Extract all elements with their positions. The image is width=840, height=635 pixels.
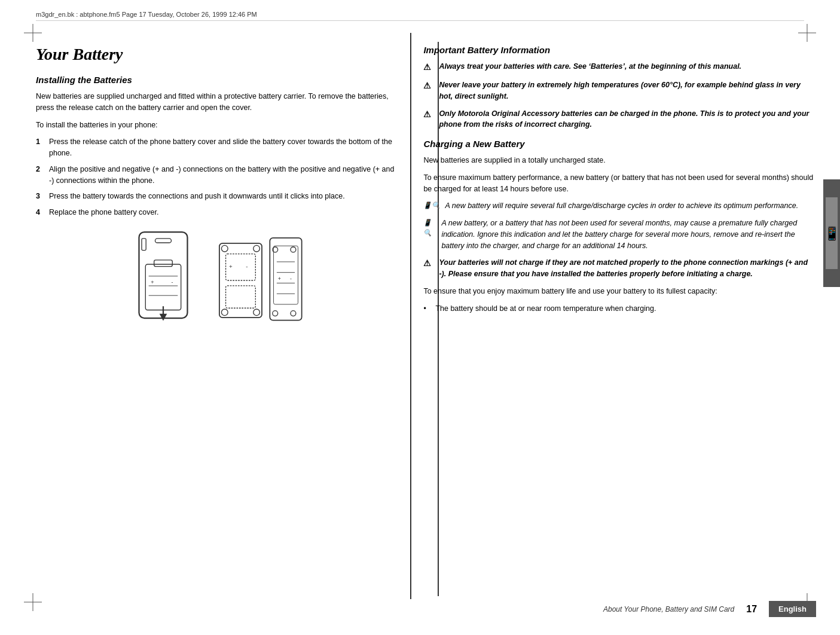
svg-text:-: - <box>246 263 248 270</box>
warning-icon-1: ⚠ <box>423 61 434 74</box>
warning-icon-charge: ⚠ <box>423 257 434 280</box>
step-text-2: Align the positive and negative (+ and -… <box>49 164 398 187</box>
svg-point-18 <box>253 309 260 316</box>
warning-text-1: Always treat your batteries with care. S… <box>439 61 741 74</box>
step-num-3: 3 <box>36 191 44 202</box>
svg-rect-11 <box>155 239 172 243</box>
important-battery-title: Important Battery Information <box>423 45 816 55</box>
svg-text:-: - <box>290 276 292 282</box>
warning-item-1: ⚠ Always treat your batteries with care.… <box>423 61 816 74</box>
phone-icon: 📱 <box>824 225 839 242</box>
step-text-1: Press the release catch of the phone bat… <box>49 136 398 159</box>
step-num-2: 2 <box>36 164 44 187</box>
svg-rect-1 <box>145 264 181 310</box>
section1-sub: To install the batteries in your phone: <box>36 120 398 131</box>
warning-icon-2: ⚠ <box>423 80 434 102</box>
svg-marker-9 <box>160 314 167 321</box>
bullet-text-1: The battery should be at or near room te… <box>435 303 656 315</box>
battery-illustrations: + - <box>36 227 398 334</box>
step-2: 2 Align the positive and negative (+ and… <box>36 164 398 187</box>
warning-text-3: Only Motorola Original Accessory batteri… <box>439 108 816 131</box>
section1-title: Installing the Batteries <box>36 75 398 85</box>
main-content: Your Battery Installing the Batteries Ne… <box>36 33 816 599</box>
warning-text-charge: Your batteries will not charge if they a… <box>439 257 816 280</box>
svg-rect-14 <box>226 286 256 308</box>
step-3: 3 Press the battery towards the connecti… <box>36 191 398 202</box>
note-text-1: A new battery will require several full … <box>445 200 798 212</box>
bullet-dot-1: • <box>423 303 430 315</box>
step-text-3: Press the battery towards the connection… <box>49 191 345 202</box>
header-text: m3gdr_en.bk : abtphone.fm5 Page 17 Tuesd… <box>36 11 257 18</box>
installation-steps: 1 Press the release catch of the phone b… <box>36 136 398 218</box>
svg-point-17 <box>222 309 228 316</box>
warning-text-2: Never leave your battery in extremely hi… <box>439 80 816 102</box>
charging-intro1: New batteries are supplied in a totally … <box>423 155 816 166</box>
step-text-4: Replace the phone battery cover. <box>49 207 158 218</box>
left-column: Your Battery Installing the Batteries Ne… <box>36 33 410 599</box>
note-item-1: 📱🔍 A new battery will require several fu… <box>423 200 816 212</box>
svg-text:+: + <box>151 279 154 285</box>
step-num-4: 4 <box>36 207 44 218</box>
step-1: 1 Press the release catch of the phone b… <box>36 136 398 159</box>
svg-rect-2 <box>154 260 173 267</box>
svg-point-15 <box>222 245 228 252</box>
svg-rect-21 <box>270 238 302 320</box>
svg-text:+: + <box>229 263 233 270</box>
charging-section-title: Charging a New Battery <box>423 139 816 149</box>
closing-text: To ensure that you enjoy maximum battery… <box>423 286 816 297</box>
svg-rect-22 <box>274 246 298 304</box>
warning-icon-3: ⚠ <box>423 108 434 131</box>
note-text-2: A new battery, or a battery that has not… <box>441 218 816 251</box>
right-tab-inner: 📱 <box>826 197 838 269</box>
header-bar: m3gdr_en.bk : abtphone.fm5 Page 17 Tuesd… <box>36 11 804 21</box>
note-icon-1: 📱🔍 <box>423 200 440 212</box>
charging-intro2: To ensure maximum battery performance, a… <box>423 172 816 195</box>
note-icon-2: 📱🔍 <box>423 218 436 251</box>
section1-intro: New batteries are supplied uncharged and… <box>36 91 398 114</box>
svg-point-28 <box>291 247 296 252</box>
warning-item-3: ⚠ Only Motorola Original Accessory batte… <box>423 108 816 131</box>
footer-language: English <box>769 601 816 617</box>
bullet-item-1: • The battery should be at or near room … <box>423 303 816 315</box>
svg-text:+: + <box>278 276 281 282</box>
svg-point-29 <box>273 310 278 316</box>
page-title: Your Battery <box>36 45 398 64</box>
svg-rect-10 <box>142 239 146 251</box>
svg-text:-: - <box>172 279 173 285</box>
step-4: 4 Replace the phone battery cover. <box>36 207 398 218</box>
right-column: Important Battery Information ⚠ Always t… <box>410 33 816 599</box>
step-num-1: 1 <box>36 136 44 159</box>
warning-item-2: ⚠ Never leave your battery in extremely … <box>423 80 816 102</box>
footer: About Your Phone, Battery and SIM Card 1… <box>36 601 816 617</box>
note-item-2: 📱🔍 A new battery, or a battery that has … <box>423 218 816 251</box>
warning-item-charge: ⚠ Your batteries will not charge if they… <box>423 257 816 280</box>
svg-point-16 <box>253 245 260 252</box>
battery-illustration-back: + - + - <box>214 227 310 334</box>
right-tab: 📱 <box>823 179 840 287</box>
svg-point-30 <box>291 310 296 316</box>
footer-page-number: 17 <box>746 604 757 615</box>
footer-italic-text: About Your Phone, Battery and SIM Card <box>603 605 734 613</box>
battery-illustration-front: + - <box>124 227 202 334</box>
